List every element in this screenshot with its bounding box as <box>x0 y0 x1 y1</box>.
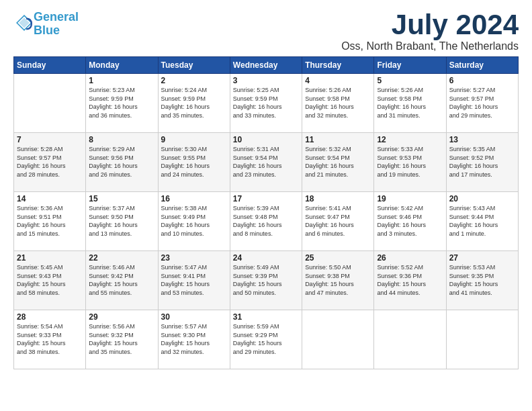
day-info: Sunrise: 5:38 AM Sunset: 9:49 PM Dayligh… <box>161 204 227 238</box>
location-title: Oss, North Brabant, The Netherlands <box>341 40 519 52</box>
day-number: 21 <box>17 253 83 263</box>
day-number: 3 <box>233 76 299 85</box>
calendar-header-cell: Saturday <box>446 57 518 74</box>
calendar-table: SundayMondayTuesdayWednesdayThursdayFrid… <box>13 56 519 369</box>
day-info: Sunrise: 5:30 AM Sunset: 9:55 PM Dayligh… <box>161 145 227 179</box>
calendar-day-cell <box>446 310 518 369</box>
calendar-day-cell: 26Sunrise: 5:52 AM Sunset: 9:36 PM Dayli… <box>374 251 446 310</box>
day-number: 14 <box>17 194 83 203</box>
calendar-header-cell: Sunday <box>14 57 86 74</box>
calendar-header-cell: Tuesday <box>158 57 230 74</box>
day-info: Sunrise: 5:46 AM Sunset: 9:42 PM Dayligh… <box>89 263 154 297</box>
calendar-day-cell: 24Sunrise: 5:49 AM Sunset: 9:39 PM Dayli… <box>230 251 302 310</box>
header: General Blue July 2024 Oss, North Braban… <box>13 11 519 52</box>
day-number: 5 <box>377 76 443 85</box>
day-info: Sunrise: 5:39 AM Sunset: 9:48 PM Dayligh… <box>233 204 299 238</box>
calendar-day-cell: 10Sunrise: 5:31 AM Sunset: 9:54 PM Dayli… <box>230 133 302 192</box>
day-info: Sunrise: 5:54 AM Sunset: 9:33 PM Dayligh… <box>17 322 83 356</box>
calendar-header-cell: Monday <box>86 57 158 74</box>
day-number: 20 <box>449 194 515 203</box>
calendar-week-row: 7Sunrise: 5:28 AM Sunset: 9:57 PM Daylig… <box>14 133 519 192</box>
calendar-day-cell <box>302 310 374 369</box>
calendar-day-cell: 19Sunrise: 5:42 AM Sunset: 9:46 PM Dayli… <box>374 192 446 251</box>
calendar-day-cell: 15Sunrise: 5:37 AM Sunset: 9:50 PM Dayli… <box>86 192 158 251</box>
calendar-day-cell: 25Sunrise: 5:50 AM Sunset: 9:38 PM Dayli… <box>302 251 374 310</box>
calendar-day-cell: 23Sunrise: 5:47 AM Sunset: 9:41 PM Dayli… <box>158 251 230 310</box>
day-info: Sunrise: 5:33 AM Sunset: 9:53 PM Dayligh… <box>377 145 443 179</box>
calendar-day-cell <box>374 310 446 369</box>
day-info: Sunrise: 5:59 AM Sunset: 9:29 PM Dayligh… <box>233 322 299 356</box>
day-number: 9 <box>161 135 227 144</box>
day-info: Sunrise: 5:29 AM Sunset: 9:56 PM Dayligh… <box>89 145 154 179</box>
day-number: 11 <box>305 135 371 144</box>
calendar-day-cell: 12Sunrise: 5:33 AM Sunset: 9:53 PM Dayli… <box>374 133 446 192</box>
calendar-body: 1Sunrise: 5:23 AM Sunset: 9:59 PM Daylig… <box>14 74 519 369</box>
day-info: Sunrise: 5:25 AM Sunset: 9:59 PM Dayligh… <box>233 86 299 120</box>
calendar-header-row: SundayMondayTuesdayWednesdayThursdayFrid… <box>14 57 519 74</box>
calendar-day-cell: 8Sunrise: 5:29 AM Sunset: 9:56 PM Daylig… <box>86 133 158 192</box>
calendar-day-cell: 9Sunrise: 5:30 AM Sunset: 9:55 PM Daylig… <box>158 133 230 192</box>
day-number: 7 <box>17 135 83 144</box>
day-info: Sunrise: 5:50 AM Sunset: 9:38 PM Dayligh… <box>305 263 371 297</box>
day-number: 12 <box>377 135 443 144</box>
day-info: Sunrise: 5:45 AM Sunset: 9:43 PM Dayligh… <box>17 263 83 297</box>
calendar-day-cell: 16Sunrise: 5:38 AM Sunset: 9:49 PM Dayli… <box>158 192 230 251</box>
day-info: Sunrise: 5:42 AM Sunset: 9:46 PM Dayligh… <box>377 204 443 238</box>
calendar-day-cell: 6Sunrise: 5:27 AM Sunset: 9:57 PM Daylig… <box>446 74 518 133</box>
calendar-day-cell: 31Sunrise: 5:59 AM Sunset: 9:29 PM Dayli… <box>230 310 302 369</box>
day-number: 26 <box>377 253 443 263</box>
logo-text: General Blue <box>34 11 79 38</box>
calendar-day-cell: 2Sunrise: 5:24 AM Sunset: 9:59 PM Daylig… <box>158 74 230 133</box>
day-number: 29 <box>89 312 154 322</box>
day-info: Sunrise: 5:35 AM Sunset: 9:52 PM Dayligh… <box>449 145 515 179</box>
calendar-header-cell: Thursday <box>302 57 374 74</box>
day-number: 13 <box>449 135 515 144</box>
logo: General Blue <box>13 11 79 38</box>
day-number: 8 <box>89 135 154 144</box>
calendar-day-cell: 29Sunrise: 5:56 AM Sunset: 9:32 PM Dayli… <box>86 310 158 369</box>
day-info: Sunrise: 5:36 AM Sunset: 9:51 PM Dayligh… <box>17 204 83 238</box>
calendar-day-cell: 28Sunrise: 5:54 AM Sunset: 9:33 PM Dayli… <box>14 310 86 369</box>
calendar-week-row: 28Sunrise: 5:54 AM Sunset: 9:33 PM Dayli… <box>14 310 519 369</box>
day-info: Sunrise: 5:57 AM Sunset: 9:30 PM Dayligh… <box>161 322 227 356</box>
day-number: 27 <box>449 253 515 263</box>
calendar-day-cell: 11Sunrise: 5:32 AM Sunset: 9:54 PM Dayli… <box>302 133 374 192</box>
day-number: 10 <box>233 135 299 144</box>
calendar-day-cell: 4Sunrise: 5:26 AM Sunset: 9:58 PM Daylig… <box>302 74 374 133</box>
day-info: Sunrise: 5:26 AM Sunset: 9:58 PM Dayligh… <box>377 86 443 120</box>
day-number: 6 <box>449 76 515 85</box>
calendar-week-row: 1Sunrise: 5:23 AM Sunset: 9:59 PM Daylig… <box>14 74 519 133</box>
calendar-day-cell: 17Sunrise: 5:39 AM Sunset: 9:48 PM Dayli… <box>230 192 302 251</box>
day-number: 16 <box>161 194 227 203</box>
day-info: Sunrise: 5:43 AM Sunset: 9:44 PM Dayligh… <box>449 204 515 238</box>
calendar-day-cell: 21Sunrise: 5:45 AM Sunset: 9:43 PM Dayli… <box>14 251 86 310</box>
day-info: Sunrise: 5:28 AM Sunset: 9:57 PM Dayligh… <box>17 145 83 179</box>
day-info: Sunrise: 5:37 AM Sunset: 9:50 PM Dayligh… <box>89 204 154 238</box>
day-number: 28 <box>17 312 83 322</box>
day-number: 15 <box>89 194 154 203</box>
day-number: 18 <box>305 194 371 203</box>
calendar-header-cell: Friday <box>374 57 446 74</box>
calendar-week-row: 21Sunrise: 5:45 AM Sunset: 9:43 PM Dayli… <box>14 251 519 310</box>
day-info: Sunrise: 5:31 AM Sunset: 9:54 PM Dayligh… <box>233 145 299 179</box>
day-number: 23 <box>161 253 227 263</box>
day-number: 19 <box>377 194 443 203</box>
calendar-day-cell: 18Sunrise: 5:41 AM Sunset: 9:47 PM Dayli… <box>302 192 374 251</box>
calendar-day-cell: 7Sunrise: 5:28 AM Sunset: 9:57 PM Daylig… <box>14 133 86 192</box>
day-number: 2 <box>161 76 227 85</box>
title-area: July 2024 Oss, North Brabant, The Nether… <box>341 11 519 52</box>
page: General Blue July 2024 Oss, North Braban… <box>0 0 532 376</box>
calendar-day-cell: 13Sunrise: 5:35 AM Sunset: 9:52 PM Dayli… <box>446 133 518 192</box>
calendar-day-cell: 22Sunrise: 5:46 AM Sunset: 9:42 PM Dayli… <box>86 251 158 310</box>
day-info: Sunrise: 5:32 AM Sunset: 9:54 PM Dayligh… <box>305 145 371 179</box>
day-number: 22 <box>89 253 154 263</box>
calendar-week-row: 14Sunrise: 5:36 AM Sunset: 9:51 PM Dayli… <box>14 192 519 251</box>
calendar-day-cell: 14Sunrise: 5:36 AM Sunset: 9:51 PM Dayli… <box>14 192 86 251</box>
calendar-day-cell: 5Sunrise: 5:26 AM Sunset: 9:58 PM Daylig… <box>374 74 446 133</box>
logo-icon <box>15 13 34 32</box>
calendar-day-cell: 27Sunrise: 5:53 AM Sunset: 9:35 PM Dayli… <box>446 251 518 310</box>
day-info: Sunrise: 5:27 AM Sunset: 9:57 PM Dayligh… <box>449 86 515 120</box>
calendar-day-cell: 3Sunrise: 5:25 AM Sunset: 9:59 PM Daylig… <box>230 74 302 133</box>
day-info: Sunrise: 5:41 AM Sunset: 9:47 PM Dayligh… <box>305 204 371 238</box>
day-number: 4 <box>305 76 371 85</box>
